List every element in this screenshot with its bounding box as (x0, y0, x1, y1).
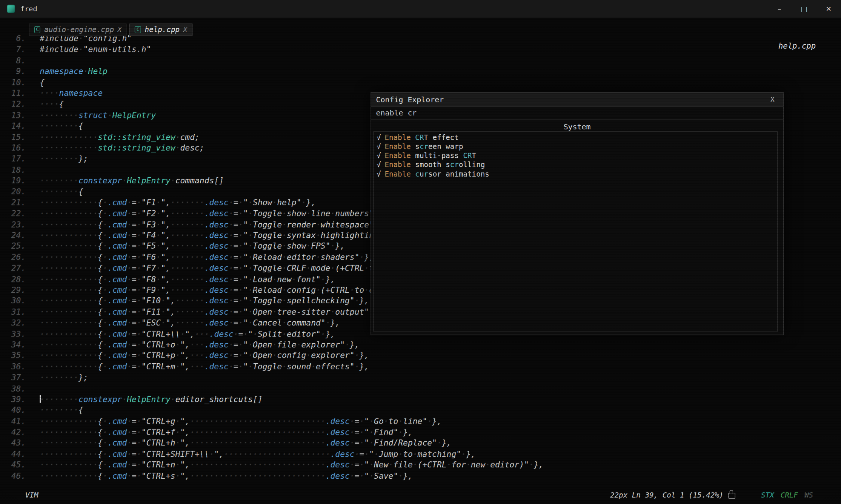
code-token: "F4 (141, 230, 156, 240)
code-token: render (287, 220, 316, 229)
minimize-button[interactable]: – (767, 0, 792, 18)
code-line[interactable]: 41.············{·.cmd·=·"CTRL+g·",······… (0, 416, 841, 427)
line-number: 8. (0, 55, 26, 66)
code-token: explorer" (311, 351, 355, 361)
tab-help.cpp[interactable]: Chelp.cppX (129, 24, 192, 36)
code-line[interactable]: 43.············{·.cmd·=·"CTRL+h·",······… (0, 438, 841, 449)
code-token: ········ (40, 395, 78, 404)
code-token: Toggle (253, 241, 282, 251)
code-token: · (529, 460, 534, 470)
code-token: · (127, 351, 132, 361)
code-line[interactable]: 7.#include·"enum-utils.h" (0, 44, 841, 55)
code-token: · (321, 329, 326, 339)
config-option[interactable]: √Enable CRT effect (374, 133, 777, 142)
code-token: "CTRL+f (141, 427, 175, 437)
code-token: · (345, 340, 350, 350)
code-token: " (243, 296, 248, 306)
code-token: " (185, 329, 190, 339)
code-token: · (350, 427, 355, 437)
code-token: = (234, 318, 238, 328)
code-token: ······· (171, 198, 204, 207)
code-token: · (238, 220, 243, 229)
code-token: = (132, 198, 137, 207)
code-token: Save" (374, 471, 398, 481)
tab-audio-engine.cpp[interactable]: Caudio-engine.cppX (29, 24, 127, 36)
code-token: " (243, 209, 248, 218)
config-option[interactable]: √Enable multi-pass CRT (374, 151, 777, 160)
code-line[interactable]: 40.········{ (0, 405, 841, 416)
code-token: = (355, 427, 360, 437)
config-option[interactable]: √Enable screen warp (374, 142, 777, 151)
code-token: , (166, 274, 171, 284)
close-button[interactable]: ✕ (816, 0, 841, 18)
code-line[interactable]: 42.············{·.cmd·=·"CTRL+f·",······… (0, 427, 841, 438)
code-token: ; (195, 132, 200, 142)
code-token: " (243, 285, 248, 295)
code-token: .cmd (108, 230, 127, 240)
code-token: "F11 (141, 307, 161, 317)
checkbox-checked-icon[interactable]: √ (377, 160, 381, 169)
code-token: " (243, 252, 248, 262)
code-token: = (355, 438, 360, 448)
code-token: = (234, 351, 238, 361)
config-close-button[interactable]: X (767, 95, 778, 103)
code-token: .cmd (108, 296, 127, 306)
line-number: 42. (0, 427, 26, 438)
checkbox-checked-icon[interactable]: √ (377, 169, 381, 178)
code-token: · (282, 362, 287, 372)
code-line[interactable]: 35.············{·.cmd·=·"CTRL+p·",···.de… (0, 350, 841, 361)
tab-close-button[interactable]: X (118, 26, 121, 33)
code-token: ······· (171, 209, 204, 218)
code-token: " (243, 307, 248, 317)
code-token: Show (253, 198, 272, 207)
code-line[interactable]: 37.········}; (0, 372, 841, 383)
code-token: " (180, 416, 185, 426)
code-token: editor_shortcuts (175, 395, 253, 404)
code-token: " (243, 230, 248, 240)
code-token: commands (175, 176, 214, 186)
checkbox-checked-icon[interactable]: √ (377, 133, 381, 141)
code-token: = (234, 198, 238, 207)
code-token: ········ (40, 176, 78, 186)
code-token: " (161, 252, 166, 262)
code-token: ············ (40, 296, 98, 306)
code-line[interactable]: 45.············{·.cmd·=·"CTRL+n·",······… (0, 459, 841, 470)
code-line[interactable]: 34.············{·.cmd·=·"CTRL+o·",···.de… (0, 340, 841, 350)
code-token: file (393, 460, 412, 470)
code-token: · (229, 230, 234, 240)
config-option[interactable]: √Enable cursor animations (374, 169, 777, 178)
line-number: 26. (0, 252, 26, 263)
code-token: ······· (171, 230, 204, 240)
code-token: HelpEntry (112, 110, 156, 120)
config-option[interactable]: √Enable smooth scrolling (374, 160, 777, 169)
code-line[interactable]: 39.········constexpr·HelpEntry·editor_sh… (0, 394, 841, 405)
code-token: .desc (204, 263, 229, 273)
code-line[interactable]: 10.{ (0, 77, 841, 88)
code-token: · (156, 274, 161, 284)
line-number: 17. (0, 154, 26, 164)
code-line[interactable]: 44.············{·.cmd·=·"CTRL+SHIFT+\\·"… (0, 449, 841, 459)
code-line[interactable]: 36.············{·.cmd·=·"CTRL+m·",···.de… (0, 361, 841, 372)
code-line[interactable]: 8. (0, 55, 841, 66)
code-token: syntax (287, 230, 316, 240)
code-token: · (127, 460, 132, 470)
code-token: · (282, 209, 287, 218)
code-token: · (272, 351, 277, 361)
code-text: ············{·.cmd·=·"CTRL+o·",···.desc·… (40, 340, 359, 350)
code-token: = (355, 460, 360, 470)
code-token: " (166, 318, 171, 328)
tab-close-button[interactable]: X (183, 26, 187, 33)
code-line[interactable]: 9.namespace·Help (0, 66, 841, 77)
code-token: Open (253, 351, 272, 361)
code-line[interactable]: 38. (0, 383, 841, 394)
config-search-input[interactable]: enable cr (371, 107, 783, 120)
code-token: .cmd (108, 263, 127, 273)
code-token: · (127, 230, 132, 240)
code-token: { (98, 340, 103, 350)
code-line[interactable]: 46.············{·.cmd·=·"CTRL+s·",······… (0, 470, 841, 481)
line-number: 18. (0, 164, 26, 175)
checkbox-checked-icon[interactable]: √ (377, 142, 381, 151)
maximize-button[interactable]: □ (792, 0, 816, 18)
code-token: , (185, 438, 190, 448)
checkbox-checked-icon[interactable]: √ (377, 151, 381, 160)
